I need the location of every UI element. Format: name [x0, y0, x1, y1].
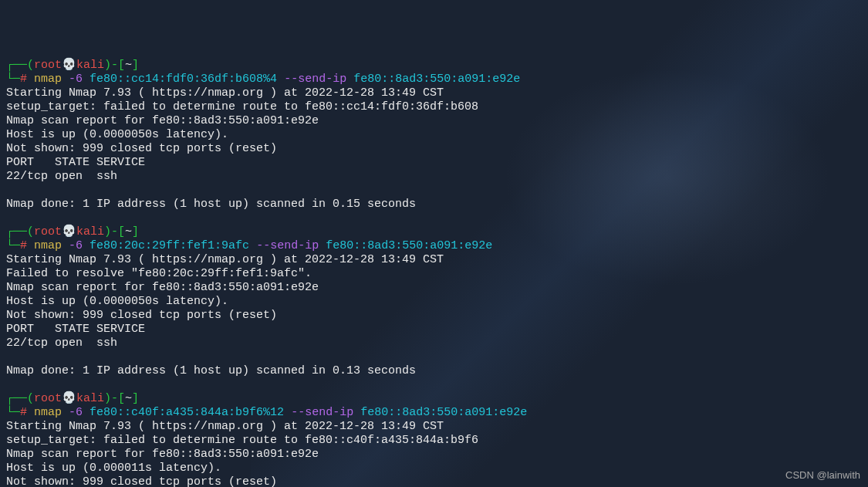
output-line: setup_target: failed to determine route … — [6, 434, 862, 448]
output-line: 22/tcp open ssh — [6, 337, 862, 350]
prompt-line-2[interactable]: └─# nmap -6 fe80::cc14:fdf0:36df:b608%4 … — [6, 73, 862, 86]
output-line — [6, 350, 862, 364]
prompt-line-1: ┌──(root💀kali)-[~] — [6, 225, 862, 239]
output-line: Host is up (0.000011s latency). — [6, 462, 862, 475]
prompt-line-2[interactable]: └─# nmap -6 fe80:20c:29ff:fef1:9afc --se… — [6, 239, 862, 253]
command-arg: fe80:20c:29ff:fef1:9afc — [83, 239, 249, 252]
command-flag: --send-ip — [284, 406, 353, 419]
output-line: Not shown: 999 closed tcp ports (reset) — [6, 309, 862, 323]
blank-line — [6, 211, 862, 225]
command-arg: fe80::cc14:fdf0:36df:b608%4 — [83, 73, 277, 86]
output-line: Not shown: 999 closed tcp ports (reset) — [6, 142, 862, 156]
output-line: Not shown: 999 closed tcp ports (reset) — [6, 475, 862, 487]
command-arg: fe80::8ad3:550:a091:e92e — [346, 73, 520, 86]
command-flag: -6 — [62, 406, 83, 419]
output-line: Nmap done: 1 IP address (1 host up) scan… — [6, 198, 862, 211]
terminal-output[interactable]: ┌──(root💀kali)-[~]└─# nmap -6 fe80::cc14… — [6, 59, 862, 487]
command-program: nmap — [34, 406, 62, 419]
output-line: Starting Nmap 7.93 ( https://nmap.org ) … — [6, 420, 862, 434]
command-flag: -6 — [62, 239, 83, 252]
output-line: Nmap scan report for fe80::8ad3:550:a091… — [6, 448, 862, 462]
command-program: nmap — [34, 73, 62, 86]
command-arg: fe80::8ad3:550:a091:e92e — [319, 239, 492, 252]
command-arg: fe80::8ad3:550:a091:e92e — [353, 406, 527, 419]
output-line — [6, 184, 862, 198]
prompt-line-1: ┌──(root💀kali)-[~] — [6, 392, 862, 406]
output-line: PORT STATE SERVICE — [6, 156, 862, 170]
output-line: PORT STATE SERVICE — [6, 323, 862, 337]
command-program: nmap — [34, 239, 62, 252]
output-line: Failed to resolve "fe80:20c:29ff:fef1:9a… — [6, 267, 862, 281]
command-arg: fe80::c40f:a435:844a:b9f6%12 — [83, 406, 284, 419]
watermark: CSDN @lainwith — [785, 468, 860, 482]
output-line: Nmap scan report for fe80::8ad3:550:a091… — [6, 281, 862, 295]
command-flag: --send-ip — [249, 239, 319, 252]
blank-line — [6, 378, 862, 392]
output-line: Nmap done: 1 IP address (1 host up) scan… — [6, 364, 862, 378]
output-line: Nmap scan report for fe80::8ad3:550:a091… — [6, 114, 862, 128]
prompt-line-1: ┌──(root💀kali)-[~] — [6, 59, 862, 73]
command-flag: -6 — [62, 73, 83, 86]
output-line: setup_target: failed to determine route … — [6, 100, 862, 114]
command-flag: --send-ip — [277, 73, 346, 86]
output-line: Starting Nmap 7.93 ( https://nmap.org ) … — [6, 86, 862, 100]
output-line: Starting Nmap 7.93 ( https://nmap.org ) … — [6, 253, 862, 267]
output-line: Host is up (0.0000050s latency). — [6, 128, 862, 142]
output-line: 22/tcp open ssh — [6, 170, 862, 184]
output-line: Host is up (0.0000050s latency). — [6, 295, 862, 309]
prompt-line-2[interactable]: └─# nmap -6 fe80::c40f:a435:844a:b9f6%12… — [6, 406, 862, 420]
